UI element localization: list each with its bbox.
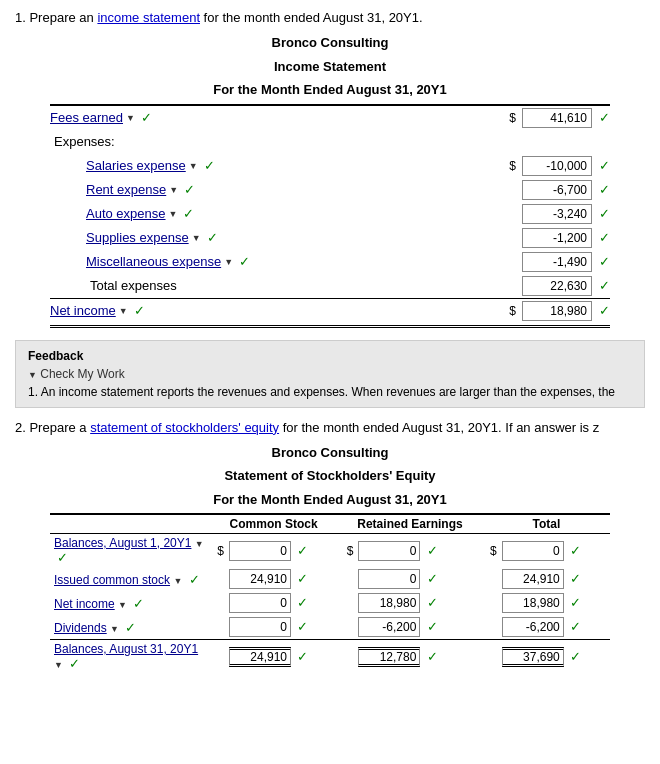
misc-input[interactable]: -1,490 [522, 252, 592, 272]
misc-label[interactable]: Miscellaneous expense [86, 254, 221, 269]
ni-tot-check: ✓ [570, 595, 581, 610]
balances-aug31-dropdown[interactable]: ▼ [54, 660, 63, 670]
eq-issued-tot-cell: 24,910 ✓ [498, 567, 610, 591]
salaries-check: ✓ [204, 158, 215, 173]
ni-cs-input[interactable]: 0 [229, 593, 291, 613]
auto-label[interactable]: Auto expense [86, 206, 166, 221]
salaries-input[interactable]: -10,000 [522, 156, 592, 176]
issued-tot-check: ✓ [570, 571, 581, 586]
net-income-dropdown-icon[interactable]: ▼ [119, 306, 128, 316]
supplies-label[interactable]: Supplies expense [86, 230, 189, 245]
rent-input[interactable]: -6,700 [522, 180, 592, 200]
bal31-cs-check: ✓ [297, 649, 308, 664]
bal31-cs-input[interactable]: 24,910 [229, 647, 291, 667]
total-expenses-input[interactable]: 22,630 [522, 276, 592, 296]
supplies-value-check: ✓ [599, 230, 610, 245]
income-statement-link[interactable]: income statement [97, 10, 200, 25]
eq-company: Bronco Consulting [50, 443, 610, 463]
dividends-dropdown[interactable]: ▼ [110, 624, 119, 634]
div-re-check: ✓ [427, 619, 438, 634]
bal31-re-check: ✓ [427, 649, 438, 664]
eq-total-header: Total [483, 515, 610, 534]
ni-cs-check: ✓ [297, 595, 308, 610]
eq-div-tot-cell: -6,200 ✓ [498, 615, 610, 640]
net-income-label[interactable]: Net income [50, 303, 116, 318]
q2-prefix: 2. Prepare a [15, 420, 90, 435]
fees-earned-input[interactable]: 41,610 [522, 108, 592, 128]
eq-title: Statement of Stockholders' Equity [50, 466, 610, 486]
balances-aug1-dropdown[interactable]: ▼ [195, 539, 204, 549]
balances-aug1-cs-input[interactable]: 0 [229, 541, 291, 561]
eq-cs-cell: 0 ✓ [225, 534, 337, 568]
triangle-icon: ▼ [28, 370, 37, 380]
div-cs-input[interactable]: 0 [229, 617, 291, 637]
question-1: 1. Prepare an income statement for the m… [15, 10, 645, 25]
issued-cs-input[interactable]: 24,910 [229, 569, 291, 589]
is-company: Bronco Consulting [50, 33, 610, 53]
eq-cs-dollar: $ [210, 534, 225, 568]
total-expenses-check: ✓ [599, 278, 610, 293]
salaries-dropdown-icon[interactable]: ▼ [189, 161, 198, 171]
ni-re-check: ✓ [427, 595, 438, 610]
eq-period: For the Month Ended August 31, 20Y1 [50, 490, 610, 510]
ni-tot-input[interactable]: 18,980 [502, 593, 564, 613]
balances-aug31-label[interactable]: Balances, August 31, 20Y1 [54, 642, 198, 656]
ni-re-input[interactable]: 18,980 [358, 593, 420, 613]
rent-label[interactable]: Rent expense [86, 182, 166, 197]
eq-div-re-cell: -6,200 ✓ [354, 615, 482, 640]
issued-common-label[interactable]: Issued common stock [54, 573, 170, 587]
auto-input[interactable]: -3,240 [522, 204, 592, 224]
balances-aug1-label[interactable]: Balances, August 1, 20Y1 [54, 536, 191, 550]
bal31-re-input[interactable]: 12,780 [358, 647, 420, 667]
balances-aug1-re-input[interactable]: 0 [358, 541, 420, 561]
supplies-dropdown-icon[interactable]: ▼ [192, 233, 201, 243]
bal31-tot-check: ✓ [570, 649, 581, 664]
feedback-box: Feedback ▼ Check My Work 1. An income st… [15, 340, 645, 408]
net-income-input[interactable]: 18,980 [522, 301, 592, 321]
eq-retained-header: Retained Earnings [337, 515, 483, 534]
salaries-value-check: ✓ [599, 158, 610, 173]
total-expenses-label: Total expenses [50, 278, 177, 293]
income-statement: Bronco Consulting Income Statement For t… [50, 33, 610, 328]
feedback-title: Feedback [28, 349, 632, 363]
fees-earned-dropdown-icon[interactable]: ▼ [126, 113, 135, 123]
salaries-dollar: $ [509, 159, 516, 173]
bal31-tot-input[interactable]: 37,690 [502, 647, 564, 667]
salaries-label[interactable]: Salaries expense [86, 158, 186, 173]
balances-aug1-tot-input[interactable]: 0 [502, 541, 564, 561]
is-title: Income Statement [50, 57, 610, 77]
dividends-label[interactable]: Dividends [54, 621, 107, 635]
div-cs-check: ✓ [297, 619, 308, 634]
equity-statement-link[interactable]: statement of stockholders' equity [90, 420, 279, 435]
balances-aug31-check: ✓ [69, 656, 80, 671]
div-re-input[interactable]: -6,200 [358, 617, 420, 637]
eq-tot-cell: 0 ✓ [498, 534, 610, 568]
balances-aug1-check: ✓ [57, 550, 68, 565]
issued-dropdown[interactable]: ▼ [173, 576, 182, 586]
rent-dropdown-icon[interactable]: ▼ [169, 185, 178, 195]
eq-net-income-label[interactable]: Net income [54, 597, 115, 611]
supplies-input[interactable]: -1,200 [522, 228, 592, 248]
auto-row: Auto expense ▼ ✓ -3,240 ✓ [50, 202, 610, 226]
fees-earned-label[interactable]: Fees earned [50, 110, 123, 125]
misc-dropdown-icon[interactable]: ▼ [224, 257, 233, 267]
issued-tot-input[interactable]: 24,910 [502, 569, 564, 589]
auto-dropdown-icon[interactable]: ▼ [169, 209, 178, 219]
div-tot-input[interactable]: -6,200 [502, 617, 564, 637]
check-my-work-label[interactable]: Check My Work [40, 367, 124, 381]
rent-check: ✓ [184, 182, 195, 197]
misc-value-check: ✓ [599, 254, 610, 269]
eq-net-income-dropdown[interactable]: ▼ [118, 600, 127, 610]
feedback-text: 1. An income statement reports the reven… [28, 385, 632, 399]
net-income-dollar: $ [509, 304, 516, 318]
dividends-check: ✓ [125, 620, 136, 635]
eq-row-net-income: Net income ▼ ✓ 0 ✓ 18,980 ✓ [50, 591, 610, 615]
total-expenses-row: Total expenses 22,630 ✓ [50, 274, 610, 298]
re-dollar-sign: $ [347, 544, 354, 558]
check-my-work[interactable]: ▼ Check My Work [28, 367, 632, 381]
issued-re-input[interactable]: 0 [358, 569, 420, 589]
eq-bal31-tot-cell: 37,690 ✓ [498, 640, 610, 674]
q1-text: 1. Prepare an [15, 10, 97, 25]
eq-row-label: Balances, August 31, 20Y1 ▼ ✓ [50, 640, 210, 674]
misc-row: Miscellaneous expense ▼ ✓ -1,490 ✓ [50, 250, 610, 274]
